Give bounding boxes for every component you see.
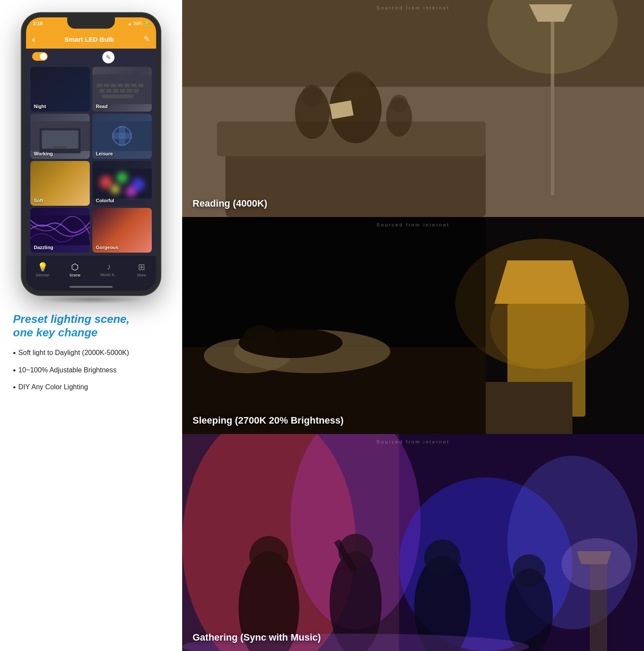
headline: Preset lighting scene, one key change	[13, 312, 169, 339]
svg-rect-17	[42, 131, 78, 149]
svg-point-27	[111, 184, 120, 194]
edit-button[interactable]: ✎	[144, 34, 150, 44]
svg-rect-10	[113, 89, 118, 92]
svg-rect-8	[99, 89, 105, 92]
more-label: More	[137, 273, 147, 277]
home-bar-line	[69, 286, 113, 288]
phone: 2:10 ▲ WiFi 🔋 ‹ Smart LED Bulb ✎	[22, 13, 160, 295]
toggle-row	[26, 49, 156, 64]
phone-wrapper: 2:10 ▲ WiFi 🔋 ‹ Smart LED Bulb ✎	[22, 13, 160, 304]
scene-label-soft: Soft	[34, 198, 43, 203]
bullet-text-3: DIY Any Color Lighting	[18, 382, 88, 392]
scene-label: Scene	[69, 273, 81, 277]
signal-icon: ▲	[127, 21, 132, 26]
svg-rect-12	[127, 89, 132, 92]
svg-rect-18	[53, 147, 67, 149]
right-panel: Sourced from internet Reading (4000K) S	[182, 0, 644, 651]
music-label: Music S...	[100, 273, 118, 277]
scene-label-working: Working	[34, 151, 53, 156]
dimmer-label: Dimmer	[36, 273, 50, 277]
scene-label-colorful: Colorful	[96, 198, 114, 203]
bullet-dot-3: •	[13, 382, 16, 393]
scene-tile-leisure[interactable]: Leisure	[92, 114, 152, 158]
scene-tile-soft[interactable]: Soft	[30, 161, 90, 206]
svg-point-24	[100, 176, 113, 189]
svg-rect-6	[131, 83, 137, 87]
scenes-row-3: Soft	[30, 161, 152, 206]
scene-tile-night[interactable]: Night	[30, 67, 90, 112]
battery-icon: 🔋	[144, 21, 149, 26]
photo-sleeping: Sourced from internet Sleeping (2700K 20…	[182, 217, 644, 434]
scene-tile-working[interactable]: Working	[30, 114, 90, 158]
svg-point-28	[126, 186, 136, 196]
left-panel: 2:10 ▲ WiFi 🔋 ‹ Smart LED Bulb ✎	[0, 0, 182, 651]
pencil-icon[interactable]: ✎	[102, 51, 114, 63]
more-icon: ⊞	[138, 262, 145, 272]
scene-label-night: Night	[34, 104, 46, 109]
sleeping-watermark: Sourced from internet	[376, 222, 450, 227]
scenes-row-2: Working Leisure	[30, 114, 152, 158]
back-button[interactable]: ‹	[32, 34, 35, 44]
svg-rect-7	[138, 83, 144, 87]
reading-watermark: Sourced from internet	[376, 5, 450, 10]
reading-scene-svg	[182, 0, 644, 217]
photo-reading: Sourced from internet Reading (4000K)	[182, 0, 644, 217]
power-toggle[interactable]	[32, 52, 48, 61]
svg-point-71	[424, 539, 461, 576]
feature-text: Preset lighting scene, one key change • …	[9, 312, 173, 393]
headline-line2: one key change	[13, 326, 98, 339]
svg-rect-5	[124, 83, 130, 87]
toggle-thumb	[40, 53, 47, 60]
photo-gathering: Sourced from internet Gathering (Sync wi…	[182, 434, 644, 651]
gathering-caption: Gathering (Sync with Music)	[193, 632, 321, 643]
scene-label-leisure: Leisure	[96, 151, 113, 156]
bullet-item-1: • Soft light to Daylight (2000K-5000K)	[13, 348, 169, 359]
svg-point-25	[117, 172, 127, 183]
svg-rect-1	[97, 83, 103, 87]
bullet-text-2: 10~100% Adjustable Brightness	[18, 365, 116, 375]
headline-line1: Preset lighting scene,	[13, 312, 130, 326]
scene-tile-dazzling[interactable]: Dazzling	[30, 208, 90, 253]
phone-shadow	[39, 295, 143, 304]
bullet-item-2: • 10~100% Adjustable Brightness	[13, 365, 169, 376]
nav-scene[interactable]: ⬡ Scene	[69, 262, 81, 277]
music-icon: ♪	[107, 262, 111, 272]
app-title: Smart LED Bulb	[65, 36, 114, 43]
wifi-icon: WiFi	[134, 21, 142, 26]
svg-rect-14	[101, 95, 134, 98]
phone-screen: 2:10 ▲ WiFi 🔋 ‹ Smart LED Bulb ✎	[26, 17, 156, 291]
svg-point-66	[249, 536, 288, 575]
svg-rect-45	[182, 0, 644, 217]
nav-more[interactable]: ⊞ More	[137, 262, 147, 277]
phone-header: ‹ Smart LED Bulb ✎	[26, 30, 156, 49]
svg-point-76	[562, 538, 631, 590]
scene-label-gorgeous: Gorgeous	[96, 245, 118, 250]
scene-icon: ⬡	[71, 262, 78, 272]
svg-point-55	[490, 282, 594, 369]
scene-label-dazzling: Dazzling	[34, 245, 53, 250]
svg-rect-56	[182, 217, 486, 434]
scene-label-read: Read	[96, 104, 108, 109]
reading-caption: Reading (4000K)	[193, 198, 267, 209]
svg-rect-9	[106, 89, 112, 92]
bullet-text-1: Soft light to Daylight (2000K-5000K)	[18, 348, 129, 358]
scene-tile-colorful[interactable]: Colorful	[92, 161, 152, 206]
bullet-list: • Soft light to Daylight (2000K-5000K) •…	[13, 348, 169, 393]
nav-dimmer[interactable]: 💡 Dimmer	[36, 262, 50, 277]
gathering-watermark: Sourced from internet	[376, 439, 450, 444]
scenes-row-1: Night	[30, 67, 152, 112]
dimmer-icon: 💡	[37, 262, 48, 272]
status-icons: ▲ WiFi 🔋	[127, 21, 149, 26]
sleeping-scene-svg	[182, 217, 644, 434]
scene-tile-read[interactable]: Read	[92, 67, 152, 112]
svg-rect-11	[120, 89, 125, 92]
bullet-dot-2: •	[13, 365, 16, 376]
scene-tile-gorgeous[interactable]: Gorgeous	[92, 208, 152, 253]
sleeping-caption: Sleeping (2700K 20% Brightness)	[193, 415, 343, 426]
home-bar	[26, 283, 156, 291]
svg-rect-22	[112, 133, 132, 139]
svg-rect-13	[134, 89, 139, 92]
svg-rect-57	[486, 382, 572, 434]
nav-music[interactable]: ♪ Music S...	[100, 262, 118, 277]
svg-rect-4	[118, 83, 123, 87]
